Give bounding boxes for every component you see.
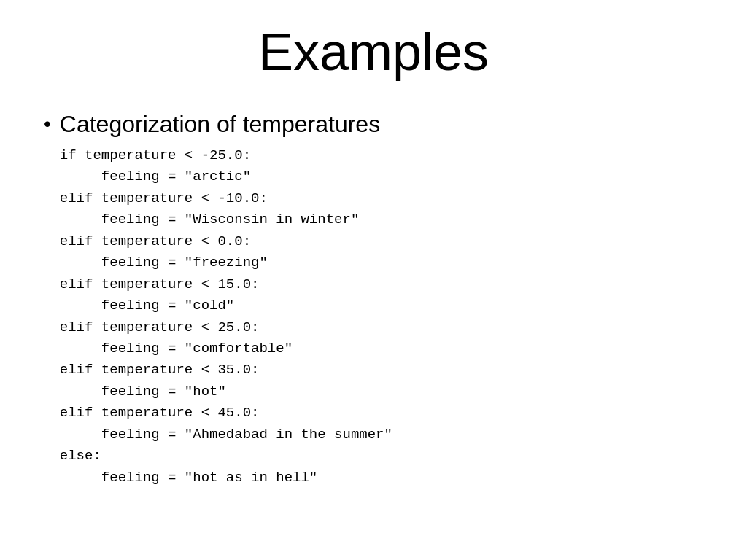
code-block: if temperature < -25.0: feeling = "arcti… [60,145,392,489]
bullet-heading: Categorization of temperatures [60,111,392,138]
bullet-dot: • [44,112,51,136]
slide-title: Examples [44,22,703,82]
bullet-section: • Categorization of temperatures if temp… [44,111,703,489]
bullet-content: Categorization of temperatures if temper… [60,111,392,489]
slide-page: Examples • Categorization of temperature… [0,0,747,560]
